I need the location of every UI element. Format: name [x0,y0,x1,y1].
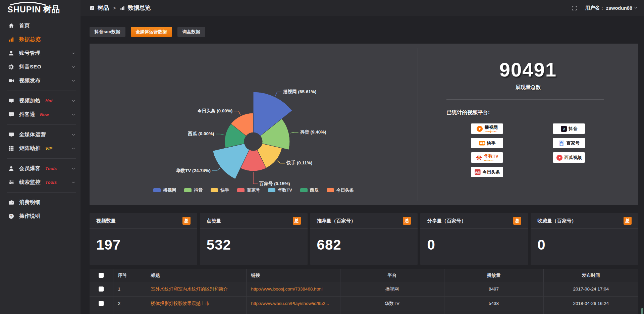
legend-item-快手[interactable]: 快手 [211,187,229,193]
slice-label-抖音: 抖音 (9.40%) [300,129,326,135]
main-content: 抖音seo数据全媒体运营数据询盘数据 播视网 (65.61%)抖音 (9.40%… [80,16,644,314]
sidebar-divider [7,91,76,91]
legend-item-华数TV[interactable]: 华数TV [268,187,292,193]
sidebar-item-数据总览[interactable]: 数据总览 [0,33,80,46]
username: zswodun88 [606,5,632,11]
breadcrumb-root[interactable]: 树品 [98,4,109,12]
svg-text:头条: 头条 [475,171,480,174]
stat-card-推荐量（百家号）: 推荐量（百家号）总682 [310,213,418,265]
stat-card-分享量（百家号）: 分享量（百家号）总0 [420,213,528,265]
sidebar: SHUPIN 树品 首页数据总览账号管理抖音SEO视频发布视频加热Hot抖客通N… [0,0,80,314]
wallet-icon [8,199,14,206]
platform-badge-name: 华数TV [484,154,498,158]
tab-抖音seo数据[interactable]: 抖音seo数据 [90,27,125,37]
sidebar-item-账号管理[interactable]: 账号管理 [0,46,80,60]
legend-swatch [184,188,192,192]
cell-platform: 播视网 [340,282,444,296]
fullscreen-icon[interactable] [571,5,577,11]
summary-panel: 90491 展现量总数 已统计的视频平台: 播视网boosj.com快手华数TV… [418,44,638,205]
platform-badge-sub: wasu.cn [484,159,493,161]
stat-card-value: 682 [310,229,418,253]
sidebar-item-抖客通[interactable]: 抖客通New [0,108,80,121]
video-url-link[interactable]: http://www.wasu.cn/Play/show/id/952... [251,301,329,306]
platform-badge-name: 百家号 [567,141,580,145]
table-header-链接: 链接 [246,269,340,282]
sidebar-item-全媒体运营[interactable]: 全媒体运营 [0,128,80,142]
logo-arc-icon [8,2,48,5]
slice-华数TV[interactable] [213,144,249,179]
svg-text:?: ? [10,214,12,218]
wasu-icon [476,154,482,161]
legend-item-播视网[interactable]: 播视网 [153,187,176,193]
legend-item-今日头条[interactable]: 今日头条 [327,187,354,193]
platform-badge-华数TV: 华数TVwasu.cn [471,152,503,163]
sidebar-item-label: 线索监控 [19,179,41,186]
sidebar-item-视频加热[interactable]: 视频加热Hot [0,94,80,108]
video-title-link[interactable]: 楼体投影灯投影效果震撼上市 [151,301,210,306]
cell-time: 2017-08-24 17:04 [543,282,638,296]
chevron-down-icon [71,65,76,69]
sidebar-item-tag: Tools [45,166,57,171]
legend-swatch [327,188,334,192]
platform-badges: 播视网boosj.com快手华数TVwasu.cn头条今日头条 ♪♪抖音百百家号… [471,123,638,177]
stat-card-视频数量: 视频数量总197 [90,213,197,265]
tab-询盘数据[interactable]: 询盘数据 [177,27,205,37]
table-header-row: 序号标题链接平台播放量发布时间 [90,269,638,282]
legend-swatch [211,188,218,192]
label-line-播视网 [275,92,282,96]
row-checkbox[interactable] [99,301,104,306]
select-all-checkbox[interactable] [99,273,104,278]
app-root: SHUPIN 树品 首页数据总览账号管理抖音SEO视频发布视频加热Hot抖客通N… [0,0,644,314]
stat-card-label: 收藏量（百家号） [537,218,576,224]
video-url-link[interactable]: http://www.boosj.com/7338468.html [251,286,323,292]
chevron-down-icon [71,112,76,117]
svg-text:百: 百 [558,140,564,146]
legend-swatch [268,188,275,192]
legend-swatch [237,188,245,192]
user-label: 用户名： [585,5,605,11]
tab-全媒体运营数据[interactable]: 全媒体运营数据 [131,27,172,37]
sidebar-item-操作说明[interactable]: ?操作说明 [0,209,80,223]
label-line-华数TV [212,168,220,171]
total-impressions-value: 90491 [418,58,638,81]
xigua-icon [556,154,563,161]
sidebar-item-label: 账号管理 [19,50,41,57]
legend-item-抖音[interactable]: 抖音 [184,187,203,193]
sidebar-item-矩阵助推[interactable]: 矩阵助推VIP [0,142,80,155]
rose-chart: 播视网 (65.61%)抖音 (9.40%)快手 (0.11%)百家号 (0.1… [90,44,418,205]
stat-card-label: 视频数量 [96,218,116,224]
label-line-百家号 [253,172,258,184]
platform-badge-百家号: 百百家号 [553,138,585,148]
sidebar-item-抖音SEO[interactable]: 抖音SEO [0,60,80,74]
user-icon [8,165,14,172]
video-icon [8,77,14,84]
douyin-icon: ♪♪ [560,125,567,132]
sidebar-item-会员爆客[interactable]: 会员爆客Tools [0,162,80,175]
table-header-标题: 标题 [146,269,246,282]
chevron-down-icon [71,133,76,137]
label-line-西瓜 [216,134,225,135]
platform-badges-left: 播视网boosj.com快手华数TVwasu.cn头条今日头条 [471,123,503,177]
legend-item-百家号[interactable]: 百家号 [237,187,260,193]
stat-card-head: 点赞量总 [200,213,308,229]
cell-views: 5438 [444,296,543,311]
toutiao-icon: 头条 [474,169,481,175]
sidebar-item-消费明细[interactable]: 消费明细 [0,196,80,209]
logo[interactable]: SHUPIN 树品 [0,0,80,16]
question-icon: ? [8,213,14,219]
scrollbar-thumb[interactable] [641,308,643,314]
user-menu[interactable]: 用户名： zswodun88 [585,5,638,11]
chevron-down-icon [71,180,76,185]
summary-divider [446,99,604,100]
total-badge: 总 [403,217,411,225]
platform-badge-快手: 快手 [471,138,503,148]
row-checkbox[interactable] [99,286,104,292]
legend-item-西瓜[interactable]: 西瓜 [300,187,319,193]
sidebar-item-首页[interactable]: 首页 [0,19,80,33]
logo-text: SHUPIN [7,5,41,14]
sidebar-item-线索监控[interactable]: 线索监控Tools [0,175,80,189]
video-title-link[interactable]: 室外水纹灯和室内水纹灯的区别和简介 [151,286,228,292]
chevron-down-icon [71,51,76,56]
video-table-wrap: 序号标题链接平台播放量发布时间 1室外水纹灯和室内水纹灯的区别和简介http:/… [90,269,638,314]
sidebar-item-视频发布[interactable]: 视频发布 [0,74,80,88]
